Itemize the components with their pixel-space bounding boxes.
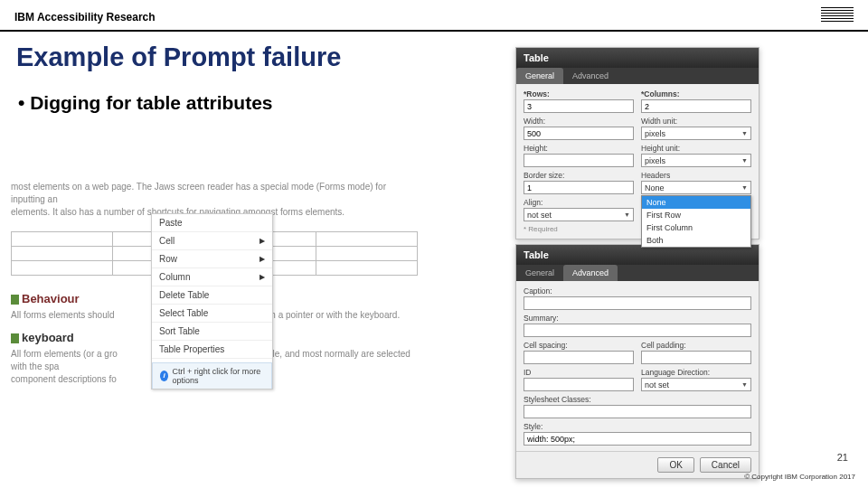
label-rows: *Rows: <box>524 89 634 99</box>
option-none[interactable]: None <box>642 196 750 209</box>
label-style: Style: <box>524 422 751 431</box>
copyright: © Copyright IBM Corporation 2017 <box>744 473 855 481</box>
ok-button[interactable]: OK <box>657 457 693 473</box>
dialog-title: Table <box>516 48 759 68</box>
input-style[interactable] <box>524 432 751 446</box>
select-align[interactable]: not set▼ <box>524 208 634 221</box>
option-first-row[interactable]: First Row <box>642 209 750 221</box>
select-width-unit[interactable]: pixels▼ <box>641 127 751 140</box>
option-first-column[interactable]: First Column <box>642 221 750 234</box>
input-stylesheet-classes[interactable] <box>524 405 751 418</box>
label-headers: Headers <box>641 171 751 180</box>
input-id[interactable] <box>524 378 634 391</box>
input-cell-padding[interactable] <box>641 351 751 364</box>
headers-dropdown: None First Row First Column Both <box>641 195 751 248</box>
chevron-right-icon: ▶ <box>259 237 265 245</box>
table-dialog-advanced: Table General Advanced Caption: Summary:… <box>515 244 760 479</box>
input-cell-spacing[interactable] <box>524 351 634 364</box>
page-number: 21 <box>837 452 848 463</box>
chevron-down-icon: ▼ <box>741 157 748 164</box>
chevron-right-icon: ▶ <box>259 273 265 281</box>
chevron-down-icon: ▼ <box>741 381 748 388</box>
input-columns[interactable] <box>641 99 751 113</box>
input-caption[interactable] <box>524 296 751 310</box>
label-border-size: Border size: <box>524 171 634 180</box>
label-columns: *Columns: <box>641 89 751 99</box>
ibm-logo <box>821 7 854 26</box>
label-cell-padding: Cell padding: <box>641 341 751 350</box>
info-icon: i <box>160 371 168 381</box>
context-menu: Paste Cell▶ Row▶ Column▶ Delete Table Se… <box>151 213 273 389</box>
info-bar: i Ctrl + right click for more options <box>152 362 272 389</box>
tab-general[interactable]: General <box>516 68 563 84</box>
table-dialog-general: Table General Advanced *Rows: *Columns: … <box>515 47 760 239</box>
label-stylesheet-classes: Stylesheet Classes: <box>524 395 751 404</box>
select-height-unit[interactable]: pixels▼ <box>641 154 751 167</box>
chevron-right-icon: ▶ <box>259 255 265 263</box>
input-summary[interactable] <box>524 324 751 337</box>
menu-table-properties[interactable]: Table Properties <box>152 341 272 359</box>
select-headers[interactable]: None▼ <box>641 181 751 194</box>
input-height[interactable] <box>524 154 634 167</box>
dialog-tabs: General Advanced <box>516 265 759 281</box>
label-summary: Summary: <box>524 314 751 323</box>
cancel-button[interactable]: Cancel <box>700 457 751 473</box>
option-both[interactable]: Both <box>642 234 750 247</box>
menu-row[interactable]: Row▶ <box>152 250 272 268</box>
tab-general[interactable]: General <box>516 265 563 281</box>
label-cell-spacing: Cell spacing: <box>524 341 634 350</box>
menu-cell[interactable]: Cell▶ <box>152 232 272 250</box>
input-width[interactable] <box>524 127 634 140</box>
tab-advanced[interactable]: Advanced <box>563 265 618 281</box>
chevron-down-icon: ▼ <box>741 130 748 136</box>
menu-select-table[interactable]: Select Table <box>152 305 272 323</box>
label-align: Align: <box>524 198 634 207</box>
info-text: Ctrl + right click for more options <box>172 367 264 385</box>
label-height: Height: <box>524 144 634 153</box>
chevron-down-icon: ▼ <box>741 184 748 191</box>
tab-advanced[interactable]: Advanced <box>563 68 618 84</box>
menu-column[interactable]: Column▶ <box>152 268 272 286</box>
menu-paste[interactable]: Paste <box>152 214 272 232</box>
dialog-title: Table <box>516 245 759 265</box>
flag-icon <box>11 295 19 305</box>
dialog-tabs: General Advanced <box>516 68 759 84</box>
dialog-button-row: OK Cancel <box>516 451 759 478</box>
body-line-1: most elements on a web page. The Jaws sc… <box>11 181 418 206</box>
label-language-direction: Language Direction: <box>641 368 751 377</box>
flag-icon <box>11 333 19 343</box>
slide-header: IBM Accessibility Research <box>0 0 868 32</box>
label-width-unit: Width unit: <box>641 117 751 126</box>
menu-delete-table[interactable]: Delete Table <box>152 286 272 305</box>
chevron-down-icon: ▼ <box>624 211 630 218</box>
label-width: Width: <box>524 117 634 126</box>
editor-screenshot: most elements on a web page. The Jaws sc… <box>11 181 418 386</box>
select-language-direction[interactable]: not set▼ <box>641 378 751 391</box>
input-border-size[interactable] <box>524 181 634 194</box>
input-rows[interactable] <box>524 99 634 113</box>
brand-text: IBM Accessibility Research <box>14 11 156 23</box>
label-caption: Caption: <box>524 286 751 296</box>
label-height-unit: Height unit: <box>641 144 751 153</box>
menu-sort-table[interactable]: Sort Table <box>152 323 272 341</box>
label-id: ID <box>524 368 634 377</box>
